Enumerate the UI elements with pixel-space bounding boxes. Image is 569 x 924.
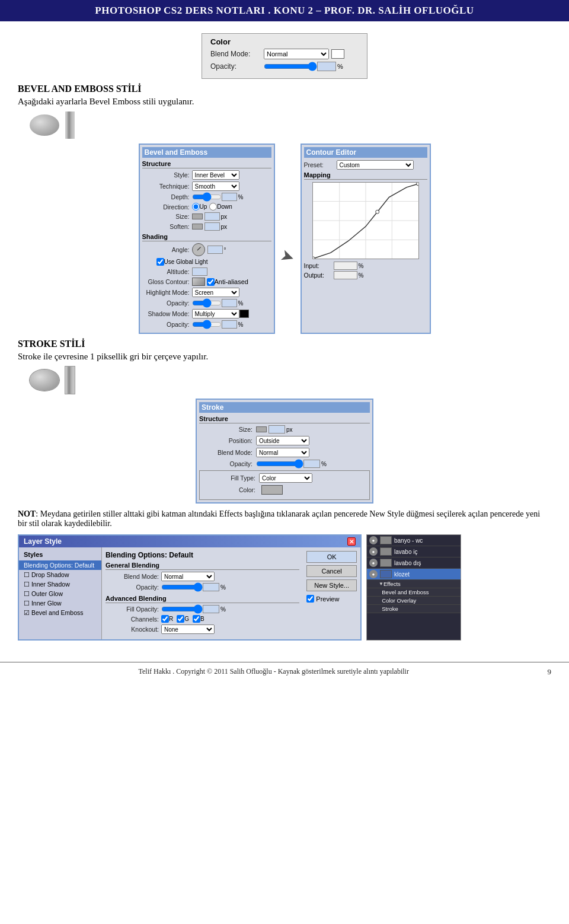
layer-item-lavabo-ic[interactable]: ● lavabo iç [367,546,461,557]
highlight-opacity-slider[interactable] [192,300,222,306]
cancel-button[interactable]: Cancel [306,565,357,577]
not-label: NOT [18,509,36,518]
angle-dial[interactable] [192,243,205,256]
layer-child-color-overlay[interactable]: Color Overlay [367,597,461,605]
ls-knockout-select[interactable]: None [161,625,215,634]
channel-g-checkbox[interactable] [177,615,184,623]
sidebar-item-outer-glow[interactable]: Outer Glow [19,589,101,598]
ok-button[interactable]: OK [306,551,357,563]
sidebar-item-bevel-emboss[interactable]: Bevel and Emboss [19,608,101,617]
preview-label: Preview [316,595,339,603]
technique-select[interactable]: Smooth [192,181,239,191]
bevel-preview-shapes [30,111,551,139]
sidebar-item-blending-options[interactable]: Blending Options: Default [19,560,101,570]
layer-name-klozet: klozet [394,571,458,578]
layer-item-banyo[interactable]: ● banyo - wc [367,535,461,546]
ls-fill-opacity-slider[interactable] [161,606,203,612]
depth-value[interactable]: 100 [222,193,237,201]
shadow-opacity-label: Opacity: [142,321,190,328]
ls-knockout-label: Knockout: [106,626,159,633]
opacity-value[interactable]: 100 [317,62,336,71]
ls-opacity-slider[interactable] [161,584,203,590]
dir-down-radio[interactable] [209,203,217,211]
shadow-mode-select[interactable]: Multiply [192,309,239,318]
anti-aliased-label: Anti-aliased [215,278,248,285]
global-light-checkbox[interactable] [156,258,164,266]
stroke-color-swatch[interactable] [261,485,283,495]
stroke-opacity-label: Opacity: [199,460,252,467]
direction-label: Direction: [142,203,190,211]
sidebar-item-inner-shadow[interactable]: Inner Shadow [19,579,101,589]
shadow-opacity-slider[interactable] [192,321,222,327]
bevel-contour-wrapper: Bevel and Emboss Structure Style: Inner … [18,144,551,334]
ls-opacity-value[interactable]: 100 [203,583,219,591]
layer-child-effects[interactable]: ▼ Effects [367,580,461,588]
blend-mode-select[interactable]: Normal [264,49,329,59]
color-label: Color: [202,486,255,493]
stroke-panel-header: Stroke [199,402,370,413]
dir-down-label: Down [217,203,232,210]
ls-fill-opacity-value[interactable]: 100 [203,605,219,613]
layer-list-panel: ● banyo - wc ● lavabo iç ● lavabo dış ● … [366,534,461,641]
anti-aliased-checkbox[interactable] [207,278,215,286]
sidebar-item-inner-glow[interactable]: Inner Glow [19,598,101,608]
expand-icon-effects: ▼ [379,581,383,587]
output-value[interactable] [334,271,357,279]
shadow-opacity-value[interactable]: 75 [222,320,237,329]
style-label: Style: [142,171,190,179]
preview-checkbox[interactable] [306,595,314,603]
stroke-blend-select[interactable]: Normal [256,448,309,457]
size-value[interactable]: 7 [204,212,220,221]
eye-icon-klozet[interactable]: ● [369,570,378,578]
stroke-size-value[interactable]: 1 [268,425,285,434]
ls-opacity-label: Opacity: [106,584,159,591]
sidebar-item-drop-shadow[interactable]: Drop Shadow [19,570,101,579]
input-value[interactable] [334,262,357,270]
dir-up-radio[interactable] [192,203,200,211]
channel-b-label: B [200,616,204,622]
style-select[interactable]: Inner Bevel [192,170,239,180]
layer-child-bevel[interactable]: Bevel and Emboss [367,588,461,597]
layer-item-klozet[interactable]: ● klozet [367,569,461,580]
fill-type-select[interactable]: Color [259,473,312,483]
channel-r-checkbox[interactable] [161,615,169,623]
stroke-rect-preview [65,367,75,394]
new-style-button[interactable]: New Style... [306,579,357,591]
soften-value[interactable]: 4 [204,222,220,231]
layer-child-stroke[interactable]: Stroke [367,605,461,613]
altitude-label: Altitude: [142,268,190,275]
preset-select[interactable]: Custom [337,160,414,170]
channel-b-checkbox[interactable] [193,615,200,623]
ls-fill-opacity-unit: % [220,606,226,613]
global-light-label: Use Global Light [164,259,208,265]
stroke-opacity-value[interactable]: 100 [303,460,320,468]
dir-up-label: Up [200,203,207,210]
eye-icon-banyo[interactable]: ● [369,536,378,544]
altitude-value[interactable]: 21 [192,267,207,276]
thumb-lavabo-ic [380,547,392,556]
stroke-opacity-slider[interactable] [256,461,303,467]
eye-icon-lavabo-ic[interactable]: ● [369,547,378,556]
close-button[interactable]: ✕ [347,537,356,546]
ls-advanced-label: Advanced Blending [106,595,299,603]
bevel-panel: Bevel and Emboss Structure Style: Inner … [139,144,275,334]
soften-label: Soften: [142,223,190,230]
contour-panel: Contour Editor Preset: Custom Mapping [301,144,431,334]
highlight-mode-select[interactable]: Screen [192,288,239,297]
highlight-opacity-value[interactable]: 75 [222,299,237,307]
depth-slider[interactable] [192,194,222,200]
ls-opacity-unit: % [220,584,226,591]
eye-icon-lavabo-dis[interactable]: ● [369,559,378,567]
stroke-position-select[interactable]: Outside [256,436,309,445]
layer-item-lavabo-dis[interactable]: ● lavabo dış [367,557,461,569]
fill-type-box: Fill Type: Color Color: [199,470,370,500]
angle-value[interactable]: 122 [207,246,223,254]
effects-label: Effects [383,581,401,587]
ls-blend-mode-select[interactable]: Normal [161,572,215,581]
shadow-mode-label: Shadow Mode: [142,310,190,317]
color-panel-title: Color [210,37,359,46]
opacity-slider[interactable] [264,63,317,70]
not-paragraph: NOT: Meydana getirilen stiller alttaki g… [18,509,551,528]
not-text: : Meydana getirilen stiller alttaki gibi… [18,509,540,528]
input-unit: % [359,263,364,269]
